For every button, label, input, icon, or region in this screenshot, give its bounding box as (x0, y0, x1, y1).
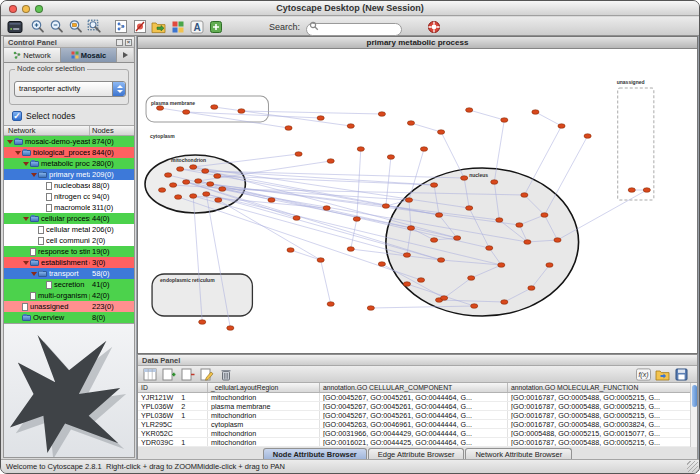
network-node[interactable] (407, 121, 414, 126)
tree-row[interactable]: primary metabolic process209(0) (4, 169, 134, 180)
column-header[interactable]: _cellularLayoutRegion (208, 383, 320, 392)
tree-row[interactable]: cell communication2(0) (4, 235, 134, 246)
network-node[interactable] (156, 106, 163, 111)
tree-row[interactable]: nucleobase-containing compound metabolic… (4, 180, 134, 191)
network-node[interactable] (287, 248, 294, 253)
network-node[interactable] (211, 105, 218, 110)
network-node[interactable] (554, 238, 561, 243)
network-node[interactable] (468, 276, 475, 281)
column-header[interactable]: annotation.GO CELLULAR_COMPONENT (320, 383, 508, 392)
network-node[interactable] (268, 198, 275, 203)
network-node[interactable] (317, 116, 324, 121)
network-node[interactable] (417, 278, 424, 283)
network-node[interactable] (584, 134, 591, 139)
function-builder-icon[interactable]: f(x) (636, 367, 651, 382)
network-node[interactable] (164, 173, 171, 178)
column-header[interactable]: ID (138, 383, 208, 392)
network-node[interactable] (347, 247, 354, 252)
network-node[interactable] (199, 320, 206, 325)
network-node[interactable] (521, 193, 528, 198)
node-color-combobox[interactable]: transporter activity (14, 81, 126, 97)
minimize-window-button[interactable] (22, 5, 30, 13)
zoom-fit-icon[interactable] (86, 18, 103, 35)
network-node[interactable] (628, 188, 635, 193)
network-node[interactable] (214, 174, 221, 179)
hide-selected-icon[interactable] (131, 18, 148, 35)
network-node[interactable] (430, 238, 437, 243)
tab-mosaic[interactable]: Mosaic (61, 48, 117, 62)
network-node[interactable] (471, 304, 478, 309)
network-node[interactable] (407, 226, 414, 231)
tab-scroll-right-icon[interactable] (117, 48, 133, 62)
table-scrollbar[interactable] (690, 383, 697, 447)
network-node[interactable] (295, 152, 302, 157)
network-node[interactable] (183, 110, 190, 115)
column-header[interactable]: annotation.GO MOLECULAR_FUNCTION (508, 383, 697, 392)
tree-row[interactable]: response to stimulus19(0) (4, 246, 134, 257)
tree-row[interactable]: establishment of localization3(0) (4, 257, 134, 268)
table-row[interactable]: YPL036W__2plasma membrane[GO:0045267, GO… (138, 402, 697, 411)
tree-row[interactable]: multi-organism process42(0) (4, 290, 134, 301)
region-nucleus[interactable] (386, 168, 579, 316)
import-table-icon[interactable] (655, 367, 670, 382)
network-canvas[interactable]: plasma membranecytoplasmmitochondrionnuc… (138, 50, 697, 353)
network-node[interactable] (195, 179, 202, 184)
network-node[interactable] (430, 183, 437, 188)
console-icon[interactable] (6, 18, 23, 35)
tab-network[interactable]: Network (4, 48, 61, 62)
network-node[interactable] (501, 300, 508, 305)
network-node[interactable] (403, 282, 410, 287)
tree-expander-icon[interactable] (7, 138, 14, 146)
tree-expander-icon[interactable] (23, 259, 30, 267)
network-node[interactable] (454, 236, 461, 241)
tree-expander-icon[interactable] (23, 215, 30, 223)
network-node[interactable] (532, 110, 539, 115)
table-scrollbar-thumb[interactable] (692, 385, 697, 407)
close-window-button[interactable] (9, 5, 17, 13)
export-table-icon[interactable] (674, 367, 689, 382)
tree-row[interactable]: mosaic-demo-yeast874(0) (4, 136, 134, 147)
network-node[interactable] (207, 182, 214, 187)
network-node[interactable] (323, 206, 330, 211)
network-node[interactable] (558, 124, 565, 129)
network-node[interactable] (440, 296, 447, 301)
table-row[interactable]: YLR295Ccytoplasm[GO:0045263, GO:0046961,… (138, 420, 697, 429)
tree-expander-icon[interactable] (15, 149, 22, 157)
resize-grip[interactable] (687, 461, 698, 472)
network-node[interactable] (327, 159, 334, 164)
select-attributes-icon[interactable] (142, 367, 157, 382)
tree-row[interactable]: macromolecule metabolic process311(0) (4, 202, 134, 213)
network-node[interactable] (382, 204, 389, 209)
network-node[interactable] (378, 112, 385, 117)
network-node[interactable] (496, 218, 503, 223)
network-node[interactable] (215, 198, 222, 203)
zoom-out-icon[interactable] (48, 18, 65, 35)
plugin-manager-icon[interactable] (207, 18, 224, 35)
combobox-arrow-icon[interactable] (112, 82, 125, 96)
select-nodes-checkbox[interactable] (12, 111, 22, 121)
tree-row[interactable]: cellular process44(0) (4, 213, 134, 224)
birds-eye-view[interactable] (4, 323, 134, 457)
network-node[interactable] (190, 194, 197, 199)
network-node[interactable] (516, 223, 523, 228)
network-node[interactable] (498, 263, 505, 268)
tree-row[interactable]: unassigned223(0) (4, 301, 134, 312)
network-svg[interactable]: plasma membranecytoplasmmitochondrionnuc… (138, 50, 697, 353)
network-node[interactable] (203, 192, 210, 197)
table-row[interactable]: YKR052Cmitochondrion[GO:0031966, GO:0044… (138, 429, 697, 438)
network-node[interactable] (435, 213, 442, 218)
network-node[interactable] (293, 216, 300, 221)
network-node[interactable] (528, 286, 535, 291)
network-node[interactable] (170, 183, 177, 188)
tree-header-nodes[interactable]: Nodes (90, 126, 134, 135)
network-node[interactable] (501, 118, 508, 123)
network-node[interactable] (183, 180, 190, 185)
tree-expander-icon[interactable] (31, 270, 38, 278)
edit-attribute-icon[interactable] (199, 367, 214, 382)
region-unassigned[interactable] (618, 88, 654, 200)
network-node[interactable] (219, 187, 226, 192)
network-node[interactable] (491, 180, 498, 185)
float-panel-icon[interactable] (116, 39, 123, 46)
trash-icon[interactable] (218, 367, 233, 382)
zoom-window-button[interactable] (35, 5, 43, 13)
